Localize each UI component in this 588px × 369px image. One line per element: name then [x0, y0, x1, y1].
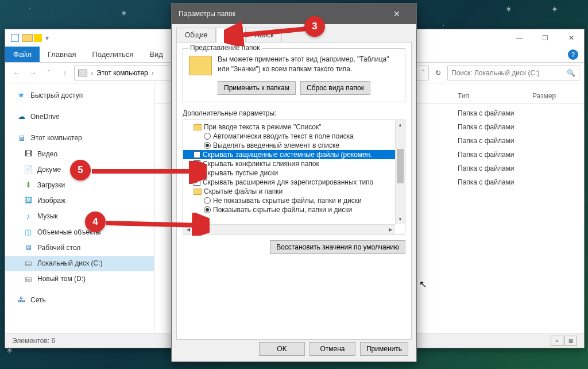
cloud-icon: ☁	[17, 113, 26, 122]
checkbox-icon[interactable]	[194, 170, 200, 176]
maximize-button[interactable]: ☐	[532, 29, 558, 47]
view-details-button[interactable]: ≡	[551, 336, 563, 346]
music-icon: ♪	[24, 212, 33, 221]
search-box[interactable]: 🔍	[447, 66, 579, 80]
network-icon: 🖧	[17, 296, 26, 305]
callout-5: 5	[70, 160, 91, 180]
scrollbar-horizontal[interactable]: ◀▶	[183, 224, 395, 234]
scrollbar-vertical[interactable]: ▲▼	[395, 120, 405, 224]
cube-icon: ◫	[24, 228, 33, 237]
dialog-title-text: Параметры папок	[179, 10, 235, 18]
nav-quick-access[interactable]: ★Быстрый доступ	[5, 88, 154, 103]
tree-item-radio-hide[interactable]: Не показывать скрытые файлы, папки и дис…	[183, 196, 405, 205]
tab-general[interactable]: Общие	[176, 28, 216, 43]
dialog-footer: OK Отмена Применить	[172, 336, 416, 362]
folder-icon	[194, 189, 202, 195]
reset-folders-button[interactable]: Сброс вида папок	[300, 81, 370, 95]
radio-icon[interactable]	[204, 133, 211, 140]
ribbon-view-tab[interactable]: Вид	[141, 47, 171, 62]
download-icon: ⬇	[24, 181, 33, 190]
tree-item-checkbox[interactable]: Скрывать пустые диски	[183, 168, 405, 178]
drive-icon	[78, 70, 87, 76]
ribbon-file-tab[interactable]: Файл	[5, 47, 40, 62]
dialog-close-button[interactable]: ✕	[384, 3, 409, 24]
nav-c-drive[interactable]: 🖴Локальный диск (C:)	[5, 256, 154, 271]
nav-images[interactable]: 🖼Изображ	[5, 193, 154, 209]
ok-button[interactable]: OK	[259, 342, 305, 356]
ribbon-home-tab[interactable]: Главная	[40, 47, 84, 62]
path-sep: ›	[152, 69, 154, 77]
apply-button[interactable]: Применить	[360, 342, 408, 356]
tab-search[interactable]: Поиск	[246, 28, 282, 43]
dialog-tabs: Общие Вид Поиск	[172, 24, 416, 43]
path-sep: ›	[91, 69, 93, 77]
restore-defaults-button[interactable]: Восстановить значения по умолчанию	[270, 240, 405, 254]
radio-icon[interactable]	[204, 142, 211, 149]
nav-d-drive[interactable]: 🖴Новый том (D:)	[5, 271, 154, 287]
tree-item-radio-show[interactable]: Показывать скрытые файлы, папки и диски	[183, 205, 405, 214]
tab-view[interactable]: Вид	[216, 28, 246, 43]
folder-view-description: Вы можете применить этот вид (например, …	[218, 55, 399, 74]
apply-to-folders-button[interactable]: Применить к папкам	[218, 81, 296, 95]
radio-icon[interactable]	[204, 197, 211, 204]
close-button[interactable]: ✕	[558, 29, 584, 47]
fieldset-legend: Представление папок	[188, 44, 262, 52]
nav-up-button[interactable]: ↑	[58, 66, 72, 80]
nav-desktop[interactable]: 🖥Рабочий стол	[5, 240, 154, 256]
image-icon: 🖼	[24, 197, 33, 206]
checkbox-icon[interactable]	[194, 151, 200, 158]
nav-back-button[interactable]: ←	[10, 66, 24, 80]
star-icon: ★	[17, 91, 26, 101]
desktop-icon: 🖥	[24, 243, 33, 252]
checkbox-icon[interactable]	[194, 160, 200, 167]
cancel-button[interactable]: Отмена	[310, 342, 355, 356]
folder-icon	[22, 34, 33, 42]
drive-icon: 🖴	[24, 275, 33, 284]
nav-forward-button[interactable]: →	[26, 66, 40, 80]
tree-item-radio[interactable]: Выделять введенный элемент в списке	[183, 141, 405, 150]
search-input[interactable]	[451, 69, 567, 77]
nav-onedrive[interactable]: ☁OneDrive	[5, 109, 154, 125]
navigation-pane: ★Быстрый доступ ☁OneDrive 🖥Этот компьюте…	[5, 83, 154, 337]
tree-item-checkbox[interactable]: Скрывать расширения для зарегистрированн…	[183, 178, 405, 187]
folder-icon	[189, 56, 212, 75]
tree-item-checkbox[interactable]: Скрывать конфликты слияния папок	[183, 159, 405, 168]
folder-view-fieldset: Представление папок Вы можете применить …	[183, 48, 405, 102]
ribbon-share-tab[interactable]: Поделиться	[84, 47, 141, 62]
status-text: Элементов: 6	[12, 337, 55, 345]
radio-icon[interactable]	[204, 206, 211, 213]
callout-3: 3	[304, 16, 325, 37]
advanced-settings-label: Дополнительные параметры:	[183, 109, 405, 117]
checkbox-icon[interactable]	[194, 179, 200, 186]
search-icon: 🔍	[567, 69, 575, 77]
tree-item[interactable]: Скрытые файлы и папки	[183, 187, 405, 196]
tree-item-hide-protected[interactable]: Скрывать защищенные системные файлы (рек…	[183, 150, 405, 159]
help-icon[interactable]: ?	[568, 49, 578, 60]
nav-this-pc[interactable]: 🖥Этот компьютер	[5, 130, 154, 146]
nav-music[interactable]: ♪Музык	[5, 209, 154, 224]
nav-network[interactable]: 🖧Сеть	[5, 293, 154, 308]
refresh-button[interactable]: ↻	[431, 66, 445, 80]
nav-3d-objects[interactable]: ◫Объемные объекты	[5, 225, 154, 240]
advanced-settings-tree[interactable]: При вводе текста в режиме "Список" Автом…	[183, 120, 405, 235]
minimize-button[interactable]: —	[506, 29, 532, 47]
dialog-titlebar[interactable]: Параметры папок ✕	[172, 3, 416, 24]
callout-4: 4	[85, 212, 106, 232]
document-icon: 📄	[24, 165, 33, 174]
dialog-content: Представление папок Вы можете применить …	[176, 42, 412, 340]
column-type[interactable]: Тип	[458, 92, 532, 100]
folder-icon	[34, 34, 42, 42]
column-size[interactable]: Размер	[532, 92, 584, 100]
folder-icon	[194, 124, 202, 130]
tree-item-radio[interactable]: Автоматически вводить текст в поле поиск…	[183, 132, 405, 141]
folder-options-dialog: Параметры папок ✕ Общие Вид Поиск Предст…	[171, 3, 417, 362]
pc-icon: 🖥	[17, 134, 26, 143]
tree-item[interactable]: При вводе текста в режиме "Список"	[183, 122, 405, 132]
view-icons-button[interactable]: ▦	[564, 336, 577, 346]
drive-icon: 🖴	[24, 259, 33, 268]
video-icon: 🎞	[24, 149, 33, 159]
nav-recent-button[interactable]: ˅	[42, 66, 56, 80]
path-segment[interactable]: Этот компьютер	[96, 69, 148, 77]
